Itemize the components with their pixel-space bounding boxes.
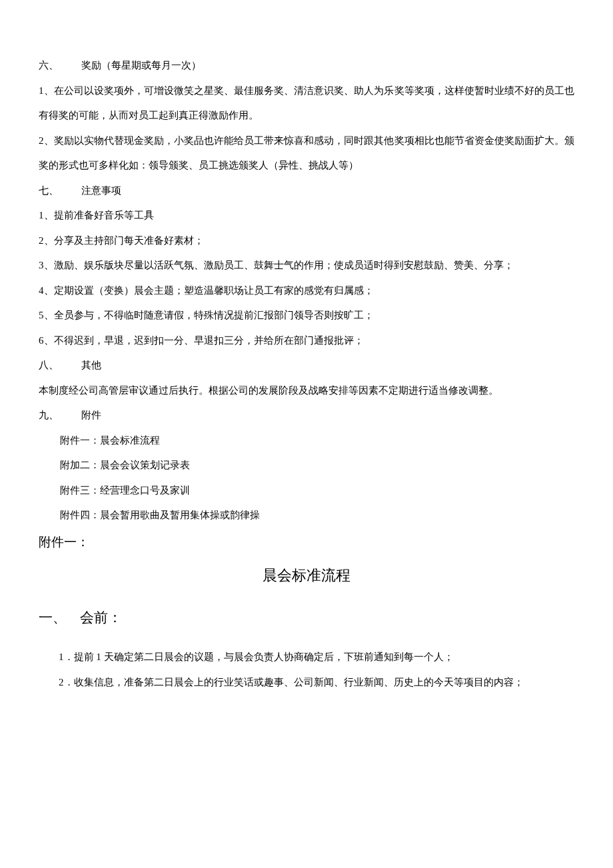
attachment-one-label: 附件一： — [39, 528, 574, 556]
section-num: 六、 — [39, 53, 81, 79]
attachment-one-title: 晨会标准流程 — [39, 561, 574, 590]
section-num: 九、 — [39, 403, 81, 428]
section-eight-header: 八、 其他 — [39, 353, 574, 378]
section-title: 其他 — [81, 353, 101, 378]
pre-meeting-item-1: 1．提前 1 天确定第二日晨会的议题，与晨会负责人协商确定后，下班前通知到每一个… — [39, 645, 574, 670]
section-eight-content: 本制度经公司高管层审议通过后执行。根据公司的发展阶段及战略安排等因素不定期进行适… — [39, 378, 574, 404]
attachment-item-1: 附件一：晨会标准流程 — [60, 428, 574, 454]
section-six-item-1: 1、在公司以设奖项外，可增设微笑之星奖、最佳服务奖、清洁意识奖、助人为乐奖等奖项… — [39, 79, 574, 129]
section-six-header: 六、 奖励（每星期或每月一次） — [39, 53, 574, 79]
section-num: 八、 — [39, 353, 81, 378]
section-title: 注意事项 — [81, 179, 121, 204]
section-six-item-2: 2、奖励以实物代替现金奖励，小奖品也许能给员工带来惊喜和感动，同时跟其他奖项相比… — [39, 129, 574, 179]
attachment-item-4: 附件四：晨会暂用歌曲及暂用集体操或韵律操 — [60, 503, 574, 528]
section-nine-header: 九、 附件 — [39, 403, 574, 428]
section-seven-item-2: 2、分享及主持部门每天准备好素材； — [39, 228, 574, 254]
section-title: 附件 — [81, 403, 101, 428]
subsection-num: 一、 — [39, 604, 80, 632]
section-seven-item-3: 3、激励、娱乐版块尽量以活跃气氛、激励员工、鼓舞士气的作用；使成员适时得到安慰鼓… — [39, 253, 574, 278]
section-num: 七、 — [39, 179, 81, 204]
section-seven-item-5: 5、全员参与，不得临时随意请假，特殊情况提前汇报部门领导否则按旷工； — [39, 303, 574, 328]
section-seven-item-6: 6、不得迟到，早退，迟到扣一分、早退扣三分，并给所在部门通报批评； — [39, 328, 574, 354]
subsection-one-header: 一、会前： — [39, 604, 574, 632]
attachment-item-2: 附加二：晨会会议策划记录表 — [60, 453, 574, 478]
section-seven-item-4: 4、定期设置（变换）晨会主题；塑造温馨职场让员工有家的感觉有归属感； — [39, 278, 574, 304]
section-title: 奖励（每星期或每月一次） — [81, 53, 201, 79]
attachment-item-3: 附件三：经营理念口号及家训 — [60, 478, 574, 504]
pre-meeting-item-2: 2．收集信息，准备第二日晨会上的行业笑话或趣事、公司新闻、行业新闻、历史上的今天… — [39, 670, 574, 695]
subsection-title: 会前： — [80, 610, 122, 626]
section-seven-item-1: 1、提前准备好音乐等工具 — [39, 203, 574, 228]
section-seven-header: 七、 注意事项 — [39, 179, 574, 204]
